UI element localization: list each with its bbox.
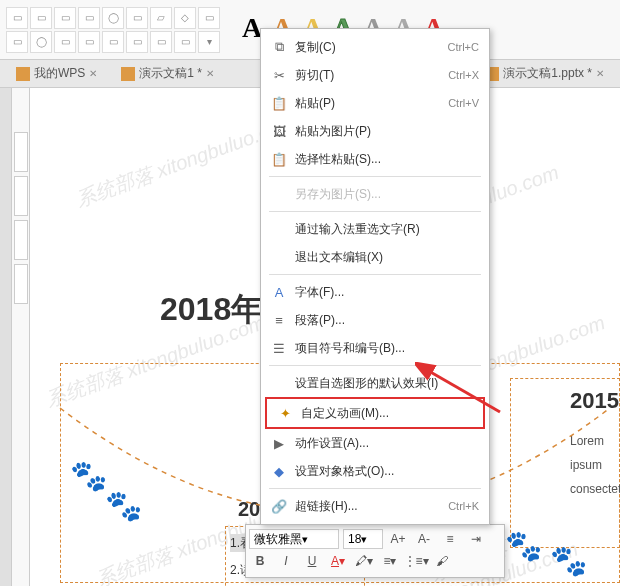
bold-button[interactable]: B (249, 551, 271, 571)
tab-doc2[interactable]: 演示文稿1.pptx * ✕ (477, 61, 612, 86)
close-icon[interactable]: ✕ (206, 68, 214, 79)
indent-button[interactable]: ⇥ (465, 529, 487, 549)
tab-label: 演示文稿1.pptx * (503, 65, 592, 82)
paste-img-icon: 🖼 (269, 123, 289, 139)
context-menu: ⧉复制(C)Ctrl+C ✂剪切(T)Ctrl+X 📋粘贴(P)Ctrl+V 🖼… (260, 28, 490, 525)
tb-btn[interactable]: ▱ (150, 7, 172, 29)
tb-btn[interactable]: ▭ (126, 7, 148, 29)
slide-thumbnails (12, 88, 30, 586)
format-icon: ◆ (269, 463, 289, 479)
font-select[interactable]: 微软雅黑 ▾ (249, 529, 339, 549)
tb-btn[interactable]: ▭ (126, 31, 148, 53)
bullets-button[interactable]: ⋮≡▾ (405, 551, 427, 571)
tb-btn[interactable]: ▭ (102, 31, 124, 53)
ctx-hyperlink[interactable]: 🔗超链接(H)...Ctrl+K (261, 492, 489, 520)
separator (269, 211, 481, 212)
separator (269, 274, 481, 275)
ctx-custom-animation[interactable]: ✦自定义动画(M)... (267, 399, 483, 427)
ctx-bullets[interactable]: ☰项目符号和编号(B)... (261, 334, 489, 362)
tb-btn[interactable]: ◯ (102, 7, 124, 29)
tb-btn[interactable]: ▭ (6, 31, 28, 53)
ctx-action[interactable]: ▶动作设置(A)... (261, 429, 489, 457)
separator (269, 488, 481, 489)
left-sidebar (0, 88, 12, 586)
align-button[interactable]: ≡▾ (379, 551, 401, 571)
ctx-paste-special[interactable]: 📋选择性粘贴(S)... (261, 145, 489, 173)
cut-icon: ✂ (269, 67, 289, 83)
underline-button[interactable]: U (301, 551, 323, 571)
line-spacing-button[interactable]: ≡ (439, 529, 461, 549)
tb-btn[interactable]: ▾ (198, 31, 220, 53)
tab-doc1[interactable]: 演示文稿1 * ✕ (113, 61, 222, 86)
ctx-ime[interactable]: 通过输入法重选文字(R) (261, 215, 489, 243)
grow-font-button[interactable]: A+ (387, 529, 409, 549)
thumb[interactable] (14, 176, 28, 216)
action-icon: ▶ (269, 435, 289, 451)
font-icon: A (269, 284, 289, 300)
mini-toolbar: 微软雅黑 ▾ 18 ▾ A+ A- ≡ ⇥ B I U A▾ 🖍▾ ≡▾ ⋮≡▾… (245, 524, 505, 578)
ctx-paste-img[interactable]: 🖼粘贴为图片(P) (261, 117, 489, 145)
thumb[interactable] (14, 264, 28, 304)
tab-label: 我的WPS (34, 65, 85, 82)
copy-icon: ⧉ (269, 39, 289, 55)
highlight-button[interactable]: 🖍▾ (353, 551, 375, 571)
tb-btn[interactable]: ▭ (78, 31, 100, 53)
tb-btn[interactable]: ◇ (174, 7, 196, 29)
ctx-shape-default[interactable]: 设置自选图形的默认效果(I) (261, 369, 489, 397)
close-icon[interactable]: ✕ (596, 68, 604, 79)
separator (269, 365, 481, 366)
thumb[interactable] (14, 132, 28, 172)
wps-icon (16, 67, 30, 81)
ctx-save-img: 另存为图片(S)... (261, 180, 489, 208)
thumb[interactable] (14, 220, 28, 260)
tb-btn[interactable]: ▭ (78, 7, 100, 29)
italic-button[interactable]: I (275, 551, 297, 571)
shrink-font-button[interactable]: A- (413, 529, 435, 549)
tb-btn[interactable]: ▭ (30, 7, 52, 29)
size-select[interactable]: 18 ▾ (343, 529, 383, 549)
paste-icon: 📋 (269, 95, 289, 111)
paste-special-icon: 📋 (269, 151, 289, 167)
doc-icon (121, 67, 135, 81)
link-icon: 🔗 (269, 498, 289, 514)
tab-mywps[interactable]: 我的WPS ✕ (8, 61, 105, 86)
ctx-font[interactable]: A字体(F)... (261, 278, 489, 306)
tb-btn[interactable]: ▭ (6, 7, 28, 29)
tb-btn[interactable]: ▭ (54, 31, 76, 53)
paragraph-icon: ≡ (269, 312, 289, 328)
tab-label: 演示文稿1 * (139, 65, 202, 82)
ctx-paragraph[interactable]: ≡段落(P)... (261, 306, 489, 334)
format-painter-button[interactable]: 🖌 (431, 551, 453, 571)
close-icon[interactable]: ✕ (89, 68, 97, 79)
ctx-copy[interactable]: ⧉复制(C)Ctrl+C (261, 33, 489, 61)
ctx-cut[interactable]: ✂剪切(T)Ctrl+X (261, 61, 489, 89)
bullets-icon: ☰ (269, 340, 289, 356)
tb-btn[interactable]: ▭ (174, 31, 196, 53)
animation-icon: ✦ (275, 405, 295, 421)
ctx-paste[interactable]: 📋粘贴(P)Ctrl+V (261, 89, 489, 117)
ctx-format-object[interactable]: ◆设置对象格式(O)... (261, 457, 489, 485)
ctx-exit-text[interactable]: 退出文本编辑(X) (261, 243, 489, 271)
highlight-box: ✦自定义动画(M)... (265, 397, 485, 429)
tb-btn[interactable]: ▭ (198, 7, 220, 29)
font-color-button[interactable]: A▾ (327, 551, 349, 571)
tb-btn[interactable]: ▭ (150, 31, 172, 53)
tb-btn[interactable]: ◯ (30, 31, 52, 53)
separator (269, 176, 481, 177)
tb-btn[interactable]: ▭ (54, 7, 76, 29)
